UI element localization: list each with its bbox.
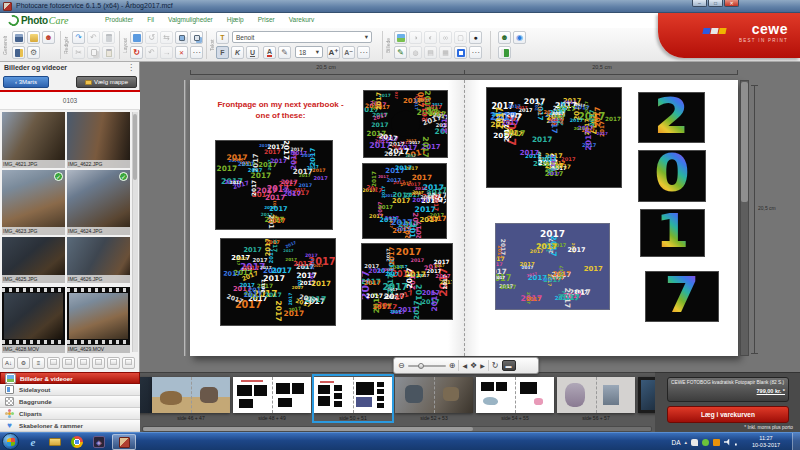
product-info-box[interactable]: CEWE FOTOBOG kvadratisk Fotopapir Blank … xyxy=(667,377,789,402)
taskbar-photocare-active[interactable] xyxy=(112,434,136,450)
photo-thumbnail[interactable]: ✓IMG_4624.JPG xyxy=(67,170,130,235)
grid-icon[interactable]: ▦ xyxy=(439,46,452,59)
page-image-digit-0[interactable]: 0 xyxy=(638,150,706,202)
globe-icon[interactable]: ◉ xyxy=(513,31,526,44)
open-project-icon[interactable] xyxy=(27,31,40,44)
add-to-cart-button[interactable]: Læg i varekurven xyxy=(667,406,789,423)
save-icon[interactable] xyxy=(12,31,25,44)
crop-icon[interactable]: ▢ xyxy=(454,31,467,44)
user-profile-icon[interactable]: ☻ xyxy=(42,31,55,44)
font-select[interactable]: Benoit ▾ xyxy=(232,31,372,43)
photo-thumbnail[interactable]: IMG_4621.JPG xyxy=(2,112,65,168)
contrast-icon[interactable]: ◐ xyxy=(424,31,437,44)
settings-icon[interactable]: ⚙ xyxy=(27,46,40,59)
video-thumbnail[interactable]: IMG_4629.MOV xyxy=(67,287,130,353)
nav-cliparts[interactable]: Cliparts xyxy=(0,408,140,420)
nav-sidelayout[interactable]: Sidelayout xyxy=(0,384,140,396)
zoom-slider-knob[interactable] xyxy=(418,363,424,369)
tray-cloud-icon[interactable] xyxy=(691,439,698,446)
filmstrip-scrollbar-thumb[interactable] xyxy=(143,427,473,431)
taskbar-browser-icon[interactable]: e xyxy=(24,434,42,450)
show-desktop-button[interactable] xyxy=(792,433,800,450)
page-image-digit-7[interactable]: 7 xyxy=(645,271,719,322)
undo-icon[interactable]: ↶ xyxy=(87,31,100,44)
layout-option-icon[interactable] xyxy=(47,357,60,369)
underline-button[interactable]: U xyxy=(246,46,259,59)
menu-hjaelp[interactable]: Hjælp xyxy=(227,16,244,23)
frame-style-icon[interactable] xyxy=(454,46,467,59)
rotate-right-icon[interactable]: ↻ xyxy=(130,46,143,59)
menu-valgmuligheder[interactable]: Valgmuligheder xyxy=(168,16,213,23)
taskbar-explorer-icon[interactable] xyxy=(46,434,64,450)
layout-option-icon[interactable] xyxy=(122,357,135,369)
language-indicator[interactable]: DA xyxy=(671,439,680,446)
highlight-color-button[interactable]: ✎ xyxy=(278,46,291,59)
remove-frame-icon[interactable]: ✕ xyxy=(175,46,188,59)
nav-baggrunde[interactable]: Baggrunde xyxy=(0,396,140,408)
text-frame-icon[interactable]: T xyxy=(216,31,229,44)
bring-forward-icon[interactable] xyxy=(175,31,188,44)
menu-priser[interactable]: Priser xyxy=(258,16,275,23)
page-thumbnail-partial[interactable] xyxy=(140,377,152,413)
zoom-slider[interactable] xyxy=(408,365,446,367)
arrow-icon[interactable]: → xyxy=(160,46,173,59)
image-more-icon[interactable]: ⋯ xyxy=(469,46,482,59)
shadow-icon[interactable]: ▤ xyxy=(424,46,437,59)
choose-folder-button[interactable]: Vælg mappe xyxy=(76,76,137,88)
effects-icon[interactable]: ◍ xyxy=(409,46,422,59)
menu-varekurv[interactable]: Varekurv xyxy=(289,16,315,23)
blackwhite-icon[interactable]: ● xyxy=(469,31,482,44)
tray-expand-icon[interactable]: ▴ xyxy=(684,439,687,445)
nav-billeder-videoer[interactable]: Billeder & videoer xyxy=(0,372,140,384)
redo-icon[interactable]: ↷ xyxy=(72,31,85,44)
page-image-round-cloud-small[interactable]: 2017201720172017201720172017201720172017… xyxy=(362,163,447,239)
taskbar-media-icon[interactable]: ◈ xyxy=(90,434,108,450)
taskbar-clock[interactable]: 11:27 10-03-2017 xyxy=(744,435,788,449)
photo-thumbnail[interactable]: IMG_4626.JPG xyxy=(67,237,130,283)
brightness-icon[interactable]: ◑ xyxy=(409,31,422,44)
collapse-filmstrip-button[interactable]: ▬ xyxy=(502,360,516,371)
menu-fil[interactable]: Fil xyxy=(147,16,154,23)
next-page-icon[interactable]: ▶ xyxy=(480,363,485,369)
page-image-spiral-cloud[interactable]: 2017201720172017201720172017201720172017… xyxy=(495,223,610,310)
copy-icon[interactable] xyxy=(87,46,100,59)
text-more-icon[interactable]: ⋯ xyxy=(357,46,370,59)
minimize-button[interactable]: – xyxy=(692,0,707,7)
panel-menu-icon[interactable]: ⋮ xyxy=(127,63,135,72)
page-image-cloud-shape-cloud[interactable]: 2017201720172017201720172017201720172017… xyxy=(361,243,453,320)
zoom-out-icon[interactable]: ⊖ xyxy=(398,362,405,370)
volume-icon[interactable] xyxy=(724,439,731,446)
tray-security-icon[interactable] xyxy=(713,439,720,446)
delete-icon[interactable] xyxy=(102,31,115,44)
preview-book-icon[interactable] xyxy=(498,46,511,59)
font-size-select[interactable]: 18 ▾ xyxy=(295,46,323,58)
paste-icon[interactable] xyxy=(102,46,115,59)
sort-button[interactable]: A↓ xyxy=(2,357,15,369)
layout-option-icon[interactable] xyxy=(92,357,105,369)
layout-option-icon[interactable] xyxy=(62,357,75,369)
page-image-digit-1[interactable]: 1 xyxy=(640,209,705,257)
photobook-spread[interactable]: Frontpage on my next yearbook - one of t… xyxy=(190,80,738,356)
flip-icon[interactable]: ⇆ xyxy=(160,31,173,44)
link-frames-icon[interactable]: ∞ xyxy=(439,31,452,44)
photo-thumbnail[interactable]: IMG_4622.JPG xyxy=(67,112,130,168)
close-button[interactable]: ✕ xyxy=(724,0,739,7)
insert-image-icon[interactable] xyxy=(394,31,407,44)
page-thumbnail[interactable] xyxy=(233,377,311,413)
video-thumbnail[interactable]: IMG_4628.MOV xyxy=(2,287,65,353)
page-thumbnail[interactable] xyxy=(152,377,230,413)
page-image-heart-cloud[interactable]: 2017201720172017201720172017201720172017… xyxy=(486,87,622,188)
page-thumbnail[interactable] xyxy=(395,377,473,413)
rotate-view-icon[interactable]: ↻ xyxy=(492,362,499,370)
product-price-link[interactable]: 799,00 kr. * xyxy=(671,388,785,394)
increase-font-button[interactable]: A⁺ xyxy=(327,46,340,59)
fill-frame-icon[interactable] xyxy=(130,31,143,44)
photo-thumbnail[interactable]: ✓IMG_4623.JPG xyxy=(2,170,65,235)
tray-update-icon[interactable] xyxy=(702,439,709,446)
cut-icon[interactable]: ✂ xyxy=(72,46,85,59)
canvas-scrollbar-thumb[interactable] xyxy=(741,82,748,202)
bold-button[interactable]: F xyxy=(216,46,229,59)
fit-page-icon[interactable]: ❖ xyxy=(470,362,477,370)
page-image-digit-2[interactable]: 2 xyxy=(638,92,705,143)
page-image-round-cloud-large[interactable]: 2017201720172017201720172017201720172017… xyxy=(220,238,336,326)
